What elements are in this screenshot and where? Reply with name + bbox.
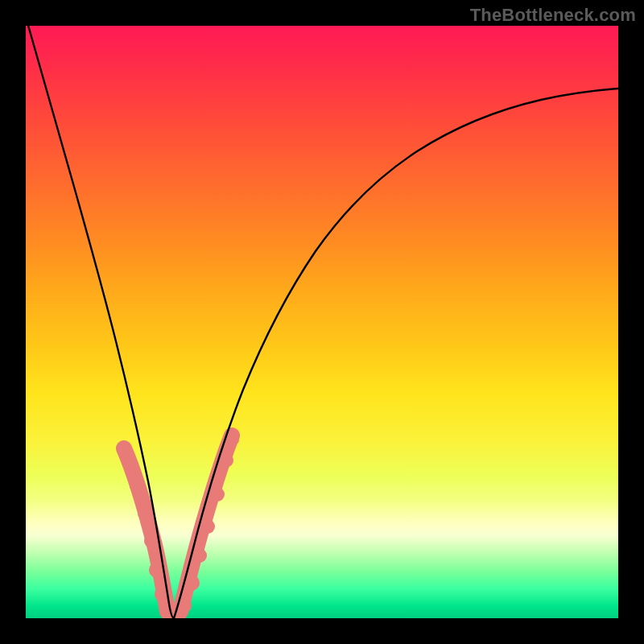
svg-point-3 [144,534,159,548]
black-frame: TheBottleneck.com [0,0,644,644]
svg-point-1 [130,479,144,493]
svg-point-14 [228,434,239,445]
right-curve [174,89,618,618]
curves-layer [26,26,618,618]
svg-point-10 [192,548,207,563]
svg-point-11 [200,519,215,534]
svg-point-0 [122,454,135,467]
svg-point-2 [138,506,152,521]
svg-point-12 [210,487,225,502]
plot-area [26,26,618,618]
watermark-text: TheBottleneck.com [470,5,636,26]
svg-point-13 [221,454,233,467]
